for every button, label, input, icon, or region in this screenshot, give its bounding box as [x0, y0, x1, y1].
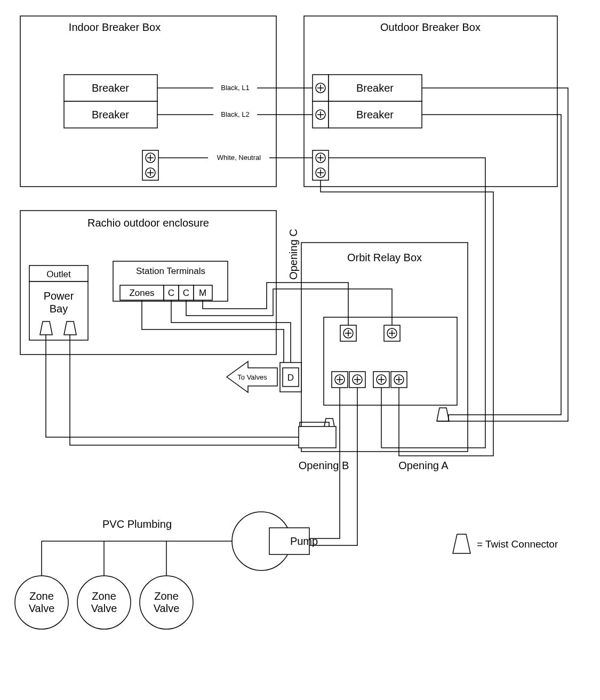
power-bay-label-1: Power [44, 290, 74, 302]
indoor-breaker-1-label: Breaker [92, 82, 129, 94]
svg-text:Zone: Zone [29, 590, 54, 602]
opening-a-label: Opening A [398, 460, 449, 471]
svg-text:Zone: Zone [154, 590, 179, 602]
indoor-breaker-2-label: Breaker [92, 109, 129, 120]
outdoor-breaker-title: Outdoor Breaker Box [380, 21, 481, 33]
pvc-label: PVC Plumbing [102, 518, 172, 530]
svg-text:Zone: Zone [92, 590, 116, 602]
orbit-relay-title: Orbit Relay Box [347, 252, 422, 263]
d-label: D [287, 373, 294, 383]
pump-label: Pump [290, 535, 318, 547]
zones-label: Zones [129, 288, 154, 298]
outdoor-breaker-2-label: Breaker [356, 109, 394, 120]
indoor-breaker-title: Indoor Breaker Box [69, 21, 161, 33]
station-terminals-title: Station Terminals [136, 266, 205, 276]
svg-text:Valve: Valve [91, 602, 117, 614]
svg-text:Valve: Valve [29, 602, 55, 614]
wiring-diagram: Indoor Breaker Box Breaker Breaker Outdo… [0, 0, 600, 700]
wire-black-l1-label: Black, L1 [221, 84, 249, 92]
svg-text:Valve: Valve [154, 602, 180, 614]
to-valves-label: To Valves [237, 373, 267, 381]
legend-twist-connector: = Twist Connector [477, 538, 558, 550]
power-bay-label-2: Bay [50, 303, 68, 315]
c2-label: C [183, 288, 189, 298]
outdoor-breaker-1-label: Breaker [356, 82, 394, 94]
outlet-label: Outlet [46, 269, 71, 279]
wire-white-neutral-label: White, Neutral [217, 154, 261, 162]
wire-black-l2-label: Black, L2 [221, 110, 249, 118]
rachio-enclosure-title: Rachio outdoor enclosure [87, 217, 209, 229]
twist-connector-icon [453, 534, 470, 553]
opening-c-label: Opening C [287, 229, 299, 280]
opening-b-cover [299, 427, 336, 448]
c1-label: C [168, 288, 174, 298]
opening-b-label: Opening B [299, 460, 349, 471]
m-label: M [199, 288, 206, 298]
